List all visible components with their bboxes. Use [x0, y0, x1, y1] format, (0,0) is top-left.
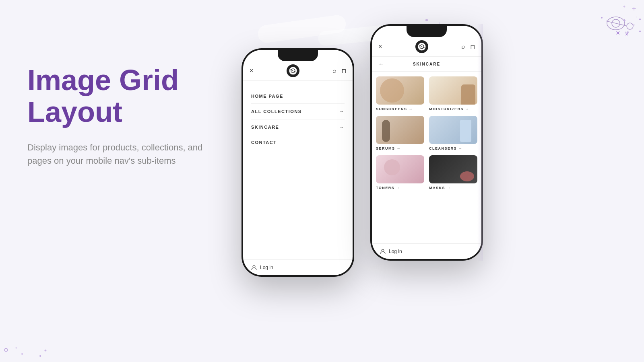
cleansers-image — [429, 116, 477, 144]
svg-point-21 — [4, 348, 8, 352]
svg-point-10 — [627, 23, 633, 29]
close-icon[interactable]: × — [250, 67, 253, 74]
subtitle: Display images for products, collections… — [27, 141, 229, 167]
user-icon — [251, 265, 257, 270]
grid-content: SUNSCREENS → MOISTURIZERS → — [372, 72, 481, 243]
sunscreens-label: SUNSCREENS → — [376, 107, 424, 111]
menu-item-skincare-label: SKINCARE — [251, 125, 279, 130]
menu-item-home[interactable]: HOME PAGE — [251, 89, 345, 104]
svg-text:+: + — [632, 5, 636, 13]
svg-text:+: + — [623, 4, 625, 9]
svg-text:×: × — [616, 29, 620, 37]
grid-item-cleansers[interactable]: CLEANSERS → — [429, 116, 477, 150]
phones-container: × ⌕ ⊓ — [242, 24, 543, 338]
left-content: Image Grid Layout Display images for pro… — [27, 64, 229, 167]
login-label-2: Log in — [389, 249, 402, 254]
cart-icon-2[interactable]: ⊓ — [470, 43, 475, 51]
user-icon-2 — [380, 249, 386, 254]
svg-point-0 — [607, 17, 625, 30]
svg-point-8 — [627, 31, 629, 33]
menu-item-collections-label: ALL COLLECTIONS — [251, 109, 302, 114]
serums-label: SERUMS → — [376, 146, 424, 150]
phone-2-header-right: ⌕ ⊓ — [461, 43, 475, 51]
svg-point-33 — [382, 249, 384, 252]
collections-arrow: → — [339, 109, 345, 114]
back-icon[interactable]: ← — [378, 61, 384, 67]
grid-item-serums[interactable]: SERUMS → — [376, 116, 424, 150]
phone-2-logo — [415, 40, 428, 53]
svg-text:+: + — [623, 18, 626, 23]
svg-text:+: + — [44, 348, 47, 353]
phone-1-notch — [278, 50, 318, 61]
menu-item-home-label: HOME PAGE — [251, 94, 283, 99]
masks-image — [429, 155, 477, 183]
phone-1-screen: × ⌕ ⊓ — [243, 50, 353, 275]
phone-2-notch — [407, 26, 447, 37]
login-row-2[interactable]: Log in — [380, 249, 473, 254]
svg-point-6 — [634, 25, 635, 26]
svg-line-2 — [606, 21, 626, 26]
grid-header: ← SKINCARE — [372, 57, 481, 72]
menu-item-skincare[interactable]: SKINCARE → — [251, 119, 345, 135]
phone-1-logo — [287, 64, 299, 77]
main-title: Image Grid Layout — [27, 64, 229, 128]
phone-2: × ⌕ ⊓ ← SKINC — [370, 24, 483, 261]
menu-item-contact[interactable]: CONTACT — [251, 135, 345, 150]
phone-1-header-right: ⌕ ⊓ — [332, 67, 346, 75]
toners-label: TONERS → — [376, 186, 424, 190]
grid-item-toners[interactable]: TONERS → — [376, 155, 424, 190]
login-row-1[interactable]: Log in — [251, 265, 345, 270]
phone-1-header: × ⌕ ⊓ — [243, 61, 353, 81]
phone-2-footer: Log in — [372, 243, 481, 259]
menu-item-contact-label: CONTACT — [251, 140, 277, 145]
phone-1: × ⌕ ⊓ — [242, 48, 354, 277]
svg-point-14 — [625, 32, 627, 33]
svg-text:+: + — [635, 15, 637, 19]
menu-item-collections[interactable]: ALL COLLECTIONS → — [251, 104, 345, 119]
close-icon-2[interactable]: × — [378, 43, 382, 50]
svg-point-13 — [639, 31, 641, 32]
phone-2-screen: × ⌕ ⊓ ← SKINC — [372, 26, 481, 259]
moisturizers-label: MOISTURIZERS → — [429, 107, 477, 111]
cleansers-label: CLEANSERS → — [429, 146, 477, 150]
side-strip — [477, 24, 483, 261]
search-icon[interactable]: ⌕ — [332, 67, 336, 74]
svg-point-1 — [612, 19, 620, 27]
svg-text:×: × — [625, 31, 628, 37]
grid-item-sunscreens[interactable]: SUNSCREENS → — [376, 76, 424, 111]
grid-item-masks[interactable]: MASKS → — [429, 155, 477, 190]
grid-item-moisturizers[interactable]: MOISTURIZERS → — [429, 76, 477, 111]
cart-icon[interactable]: ⊓ — [341, 67, 346, 75]
phone-1-footer: Log in — [243, 259, 353, 275]
sunscreens-image — [376, 76, 424, 105]
toners-image — [376, 155, 424, 183]
section-title: SKINCARE — [387, 62, 466, 66]
login-label-1: Log in — [260, 265, 273, 270]
svg-point-22 — [21, 353, 23, 355]
masks-label: MASKS → — [429, 186, 477, 190]
svg-point-5 — [639, 19, 641, 20]
search-icon-2[interactable]: ⌕ — [461, 43, 465, 50]
svg-point-23 — [16, 348, 17, 349]
skincare-arrow: → — [339, 124, 345, 130]
phone-2-header: × ⌕ ⊓ — [372, 37, 481, 57]
svg-point-24 — [39, 355, 41, 357]
menu-content: HOME PAGE ALL COLLECTIONS → SKINCARE → C… — [243, 81, 353, 259]
svg-point-7 — [601, 17, 603, 19]
svg-point-17 — [425, 19, 428, 21]
serums-image — [376, 116, 424, 144]
svg-point-29 — [253, 265, 255, 268]
moisturizers-image — [429, 76, 477, 105]
